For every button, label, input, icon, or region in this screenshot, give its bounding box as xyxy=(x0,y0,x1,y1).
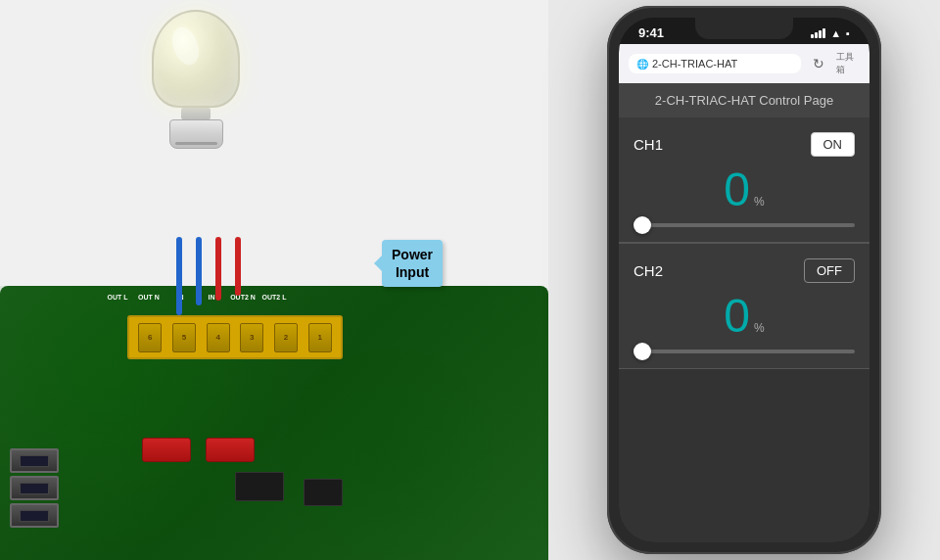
hardware-section: OUT L OUT N IN IN OUT2 N OUT2 L 6 5 4 3 … xyxy=(0,0,548,560)
channel-1-toggle-button[interactable]: ON xyxy=(811,132,856,157)
signal-bar-3 xyxy=(819,30,822,38)
terminal-screw-5: 2 xyxy=(274,323,298,352)
terminal-screw-3: 4 xyxy=(207,323,230,352)
board-inner: OUT L OUT N IN IN OUT2 N OUT2 L 6 5 4 3 … xyxy=(0,286,548,560)
terminal-screw-2: 5 xyxy=(172,323,196,352)
bulb-neck xyxy=(181,108,211,119)
power-input-line1: Power xyxy=(392,247,433,262)
channel-1-label: CH1 xyxy=(634,136,663,153)
channel-1-slider-thumb[interactable] xyxy=(634,216,651,234)
battery-icon: ▪ xyxy=(846,27,850,39)
wire-blue-2 xyxy=(196,237,202,305)
channel-2-header: CH2 OFF xyxy=(634,258,855,283)
channel-2-slider-track xyxy=(634,350,855,353)
phone-mockup: 9:41 ▲ ▪ 🌐 2-CH-TRIAC-HAT xyxy=(607,6,881,554)
terminal-screw-6: 1 xyxy=(308,323,332,352)
phone-notch xyxy=(695,18,793,39)
channel-2-section: CH2 OFF 0 % xyxy=(619,244,870,369)
usb-ports xyxy=(5,445,64,531)
globe-icon: 🌐 xyxy=(636,59,648,70)
channel-2-slider-thumb[interactable] xyxy=(634,343,651,360)
status-time: 9:41 xyxy=(638,25,664,40)
browser-url-bar[interactable]: 🌐 2-CH-TRIAC-HAT xyxy=(629,54,801,73)
terminal-screw-4: 3 xyxy=(240,323,263,352)
channel-2-label: CH2 xyxy=(634,262,663,279)
usb-port-3 xyxy=(10,503,59,528)
page-title: 2-CH-TRIAC-HAT Control Page xyxy=(619,83,870,117)
terminal-label-out2n: OUT2 N xyxy=(228,294,258,301)
relay-component-2 xyxy=(206,438,255,462)
terminal-label-out-l: OUT L xyxy=(103,294,132,301)
url-text: 2-CH-TRIAC-HAT xyxy=(652,58,737,70)
chip-component-1 xyxy=(235,472,284,501)
channel-1-slider-container[interactable] xyxy=(634,223,855,227)
webpage-content: 2-CH-TRIAC-HAT Control Page CH1 ON 0 % xyxy=(619,83,870,542)
terminal-screw-1: 6 xyxy=(138,323,162,352)
phone-screen: 9:41 ▲ ▪ 🌐 2-CH-TRIAC-HAT xyxy=(619,18,870,542)
channel-1-value: 0 xyxy=(724,166,750,213)
bulb-glass xyxy=(152,10,240,108)
channel-1-header: CH1 ON xyxy=(634,132,855,157)
channel-1-section: CH1 ON 0 % xyxy=(619,117,870,243)
channel-2-unit: % xyxy=(754,321,765,335)
power-input-label: Power Input xyxy=(382,240,443,287)
channel-1-unit: % xyxy=(754,195,765,209)
browser-bar[interactable]: 🌐 2-CH-TRIAC-HAT ↻ 工具箱 xyxy=(619,44,870,83)
usb-port-2 xyxy=(10,476,59,500)
phone-section: 9:41 ▲ ▪ 🌐 2-CH-TRIAC-HAT xyxy=(548,0,940,560)
signal-bar-1 xyxy=(811,34,814,38)
channel-1-slider-track xyxy=(634,223,855,227)
terminal-label-out-n: OUT N xyxy=(134,294,164,301)
wire-blue-1 xyxy=(176,237,182,315)
wire-red-2 xyxy=(235,237,241,296)
signal-bar-4 xyxy=(822,28,825,38)
tools-button[interactable]: 工具箱 xyxy=(836,52,860,75)
usb-port-1 xyxy=(10,448,59,473)
chip-component-2 xyxy=(304,479,343,506)
channel-2-toggle-button[interactable]: OFF xyxy=(804,258,855,283)
circuit-board: OUT L OUT N IN IN OUT2 N OUT2 L 6 5 4 3 … xyxy=(0,286,548,560)
terminal-label-out2l: OUT2 L xyxy=(259,294,289,301)
refresh-button[interactable]: ↻ xyxy=(807,52,830,75)
channel-2-value-display: 0 % xyxy=(634,293,855,340)
wifi-icon: ▲ xyxy=(830,27,841,39)
channel-2-value: 0 xyxy=(724,293,750,340)
signal-bar-2 xyxy=(815,32,818,38)
wire-red-1 xyxy=(215,237,221,301)
channel-2-slider-container[interactable] xyxy=(634,350,855,353)
terminal-block: 6 5 4 3 2 1 xyxy=(127,315,343,359)
relay-component-1 xyxy=(142,438,191,462)
status-icons: ▲ ▪ xyxy=(811,27,850,39)
bulb-base xyxy=(169,119,223,149)
signal-bars xyxy=(811,28,825,38)
channel-1-value-display: 0 % xyxy=(634,166,855,213)
power-input-line2: Input xyxy=(396,264,429,280)
light-bulb xyxy=(152,10,240,149)
